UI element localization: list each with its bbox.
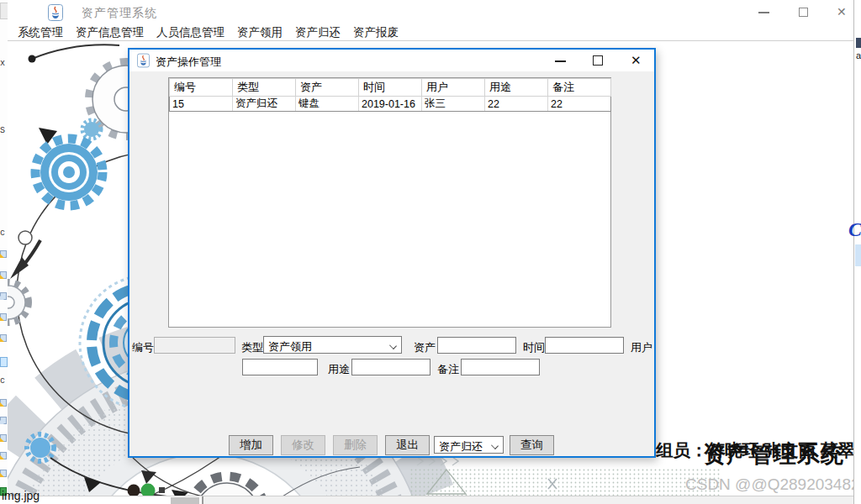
number-label: 编号 <box>132 340 154 355</box>
time-label: 时间 <box>523 340 545 355</box>
team-members-text: 组员：符晓珏 张文丽 莫翠敏 <box>656 438 853 462</box>
fragment-text: x <box>0 59 5 68</box>
menu-asset-info-management[interactable]: 资产信息管理 <box>76 25 144 40</box>
warning-file-icon <box>0 271 7 279</box>
asset-label: 资产 <box>414 340 436 355</box>
cell-usage[interactable]: 22 <box>485 97 548 112</box>
cell-user[interactable]: 张三 <box>422 97 485 112</box>
add-button[interactable]: 增加 <box>229 435 273 455</box>
minimize-icon[interactable] <box>555 60 566 62</box>
col-header-usage[interactable]: 用途 <box>485 79 548 97</box>
cell-type[interactable]: 资产归还 <box>233 97 296 112</box>
gear-outline-left <box>8 282 29 323</box>
gear-blue-small-top <box>82 120 101 139</box>
col-header-note[interactable]: 备注 <box>548 79 611 97</box>
warning-file-icon <box>0 334 7 342</box>
query-type-combobox[interactable]: 资产归还 <box>434 436 504 454</box>
asset-operation-dialog: 资产操作管理 ✕ 编号 类型 资产 时间 用户 用途 <box>128 48 656 458</box>
col-header-asset[interactable]: 资产 <box>296 79 359 97</box>
note-label: 备注 <box>437 362 459 377</box>
java-icon <box>48 4 63 21</box>
warning-file-icon <box>0 470 7 477</box>
close-icon[interactable]: ✕ <box>631 54 642 67</box>
close-icon[interactable]: ✕ <box>837 6 847 18</box>
asset-operations-table[interactable]: 编号 类型 资产 时间 用户 用途 备注 15 资产归还 <box>169 78 611 112</box>
menu-personnel-info-management[interactable]: 人员信息管理 <box>156 25 224 40</box>
selected-file-highlight <box>0 357 8 367</box>
query-button[interactable]: 查询 <box>510 435 554 455</box>
usage-field[interactable] <box>351 359 430 375</box>
table-header-row: 编号 类型 资产 时间 用户 用途 备注 <box>170 79 611 97</box>
scrollbar-track[interactable] <box>203 496 861 504</box>
fragment-text: S <box>0 126 5 135</box>
java-file-icon <box>0 417 7 424</box>
query-type-value: 资产归还 <box>439 439 483 454</box>
watermark-text: CSDN @@Q2892034822 <box>685 475 853 494</box>
fragment-text: c <box>0 228 5 238</box>
cell-note[interactable]: 22 <box>548 97 611 112</box>
warning-file-icon <box>0 313 7 321</box>
modify-button[interactable]: 修改 <box>281 435 325 455</box>
fragment-text: c <box>0 376 5 386</box>
main-window-titlebar: 资产管理系统 ✕ <box>8 0 853 25</box>
type-combobox-value: 资产领用 <box>268 339 312 354</box>
background-window-scrollbar <box>0 496 861 504</box>
menu-asset-return[interactable]: 资产归还 <box>295 25 341 40</box>
user-field[interactable] <box>242 359 318 375</box>
col-header-user[interactable]: 用户 <box>422 79 485 97</box>
time-field[interactable] <box>545 337 624 354</box>
warning-file-icon <box>0 250 7 258</box>
dialog-title: 资产操作管理 <box>156 55 221 70</box>
cell-asset[interactable]: 键盘 <box>296 97 359 112</box>
number-field[interactable] <box>154 337 235 354</box>
note-field[interactable] <box>461 359 540 375</box>
user-label: 用户 <box>631 340 652 355</box>
dialog-titlebar[interactable]: 资产操作管理 ✕ <box>129 50 654 71</box>
dialog-content: 编号 类型 资产 时间 用户 用途 备注 15 资产归还 <box>129 71 654 456</box>
menubar: 系统管理 资产信息管理 人员信息管理 资产领用 资产归还 资产报废 <box>8 25 853 41</box>
warning-file-icon <box>0 452 7 459</box>
java-icon <box>137 53 150 68</box>
chevron-down-icon <box>389 342 397 349</box>
background-window-right-sliver: a C <box>853 0 861 504</box>
col-header-number[interactable]: 编号 <box>170 79 233 97</box>
type-combobox[interactable]: 资产领用 <box>263 336 402 354</box>
col-header-type[interactable]: 类型 <box>233 79 296 97</box>
fragment-text: C <box>848 218 861 241</box>
type-label: 类型 <box>241 340 263 355</box>
arc-with-dot <box>29 45 120 62</box>
fragment-icon <box>856 38 861 48</box>
exit-button[interactable]: 退出 <box>385 435 430 455</box>
asset-operations-table-panel: 编号 类型 资产 时间 用户 用途 备注 15 资产归还 <box>168 77 611 328</box>
background-window-left-sliver: x S c c <box>0 0 8 504</box>
maximize-icon[interactable] <box>593 55 603 66</box>
menu-asset-requisition[interactable]: 资产领用 <box>237 25 283 40</box>
gear-blue-large <box>35 139 103 206</box>
fragment-text: a <box>856 50 861 60</box>
maximize-icon[interactable] <box>799 8 808 17</box>
chevron-down-icon <box>491 442 499 449</box>
scrollbar-divider <box>202 496 203 504</box>
java-file-icon <box>0 292 7 300</box>
fragment-selection <box>855 244 861 266</box>
main-window-title: 资产管理系统 <box>82 6 157 21</box>
scrollbar-thumb[interactable] <box>171 497 199 504</box>
warning-file-icon <box>0 399 7 407</box>
halftone-band <box>409 457 721 496</box>
table-row[interactable]: 15 资产归还 键盘 2019-01-16 张三 22 22 <box>170 97 611 112</box>
col-header-time[interactable]: 时间 <box>359 79 422 97</box>
cell-number[interactable]: 15 <box>170 97 233 112</box>
cell-time[interactable]: 2019-01-16 <box>359 97 422 112</box>
menu-asset-scrap[interactable]: 资产报废 <box>353 25 399 40</box>
image-file-label: img.jpg <box>2 489 40 502</box>
asset-field[interactable] <box>437 337 516 354</box>
usage-label: 用途 <box>328 362 350 377</box>
menu-system-management[interactable]: 系统管理 <box>18 25 63 40</box>
screen: x S c c 资产管理系统 ✕ 系统管理 资产信息管理 人员信息管理 <box>0 0 861 504</box>
minimize-icon[interactable] <box>758 12 769 13</box>
delete-button[interactable]: 删除 <box>333 435 378 455</box>
warning-file-icon <box>0 434 7 442</box>
